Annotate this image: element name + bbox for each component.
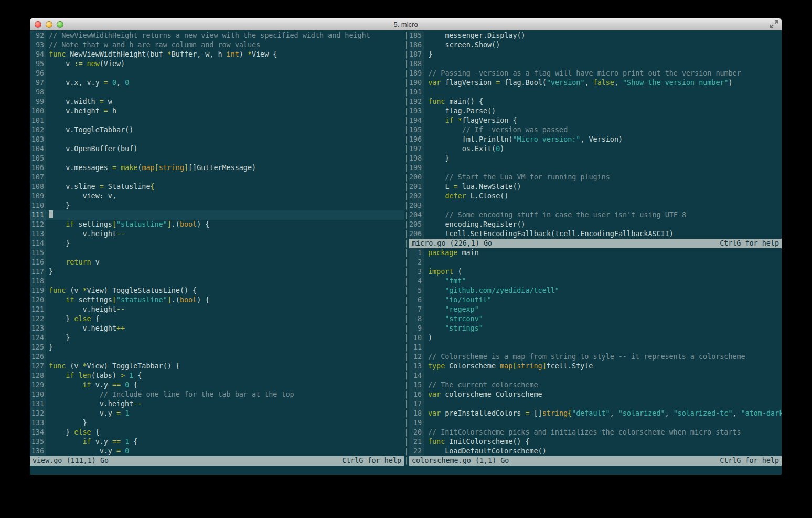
code-line[interactable]: 104 v.OpenBuffer(buf) <box>30 144 404 154</box>
code-line[interactable]: 95 v := new(View) <box>30 59 404 69</box>
code-line[interactable]: 102 v.ToggleTabbar() <box>30 125 404 135</box>
code-line[interactable]: 118 <box>30 277 404 286</box>
code-line[interactable]: 19 <box>409 418 782 428</box>
code-line[interactable]: 200 // Start the Lua VM for running plug… <box>409 173 782 182</box>
code-line[interactable]: 135 if v.y == 1 { <box>30 437 404 447</box>
code-line[interactable]: 12// Colorscheme is a map from string to… <box>409 352 782 362</box>
code-line[interactable]: 22 LoadDefaultColorscheme() <box>409 447 782 456</box>
code-line[interactable]: 6 "io/ioutil" <box>409 295 782 305</box>
code-line[interactable]: 14 <box>409 371 782 380</box>
code-line[interactable]: 11 <box>409 343 782 352</box>
code-line[interactable]: 106 v.messages = make(map[string][]Gutte… <box>30 163 404 173</box>
code-line[interactable]: 121 v.height-- <box>30 305 404 314</box>
code-line[interactable]: 124 } <box>30 333 404 343</box>
code-line[interactable]: 15// The current colorscheme <box>409 380 782 390</box>
code-line[interactable]: 4 "fmt" <box>409 277 782 286</box>
code-line[interactable]: 3import ( <box>409 267 782 277</box>
line-number: 15 <box>409 380 424 390</box>
code-line[interactable]: 116 return v <box>30 258 404 267</box>
code-line[interactable]: 8 "strconv" <box>409 314 782 324</box>
code-line[interactable]: 103 <box>30 135 404 144</box>
code-line[interactable]: 199 <box>409 163 782 173</box>
code-line[interactable]: 189// Passing -version as a flag will ha… <box>409 69 782 78</box>
code-line[interactable]: 193 flag.Parse() <box>409 107 782 116</box>
code-line[interactable]: 107 <box>30 173 404 182</box>
editor-pane-colorscheme-go[interactable]: 1package main23import (4 "fmt"5 "github.… <box>409 248 782 456</box>
code-line[interactable]: 203 <box>409 201 782 210</box>
code-line[interactable]: 123 v.height++ <box>30 324 404 333</box>
code-line[interactable]: 109 view: v, <box>30 192 404 201</box>
code-line[interactable]: 112 if settings["statusline"].(bool) { <box>30 220 404 229</box>
code-line[interactable]: 119func (v *View) ToggleStatusLine() { <box>30 286 404 295</box>
code-line[interactable]: 185 messenger.Display() <box>409 31 782 40</box>
code-line[interactable]: 1package main <box>409 248 782 258</box>
code-line[interactable]: 125} <box>30 343 404 352</box>
code-line[interactable]: 97 v.x, v.y = 0, 0 <box>30 78 404 88</box>
code-line[interactable]: 108 v.sline = Statusline{ <box>30 182 404 192</box>
code-line[interactable]: 120 if settings["statusline"].(bool) { <box>30 295 404 305</box>
code-line[interactable]: 110 } <box>30 201 404 210</box>
code-line[interactable]: 10) <box>409 333 782 343</box>
code-line[interactable]: 201 L = lua.NewState() <box>409 182 782 192</box>
code-line[interactable]: 202 defer L.Close() <box>409 192 782 201</box>
code-line[interactable]: 136 v.y = 0 <box>30 447 404 456</box>
code-line[interactable]: 192func main() { <box>409 97 782 107</box>
code-line[interactable]: 7 "regexp" <box>409 305 782 314</box>
code-line[interactable]: 5 "github.com/zyedidia/tcell" <box>409 286 782 295</box>
code-line[interactable]: 198 } <box>409 154 782 163</box>
code-line[interactable]: 195 // If -version was passed <box>409 125 782 135</box>
code-line[interactable]: 98 <box>30 88 404 97</box>
code-line[interactable]: 206 tcell.SetEncodingFallback(tcell.Enco… <box>409 229 782 239</box>
code-line[interactable]: 190var flagVersion = flag.Bool("version"… <box>409 78 782 88</box>
code-line[interactable]: 114 } <box>30 239 404 248</box>
code-line[interactable]: 100 v.height = h <box>30 107 404 116</box>
code-text <box>424 343 782 352</box>
code-line[interactable]: 130 // Include one line for the tab bar … <box>30 390 404 399</box>
code-line[interactable]: 196 fmt.Println("Micro version:", Versio… <box>409 135 782 144</box>
code-line[interactable]: 2 <box>409 258 782 267</box>
code-line[interactable]: 127func (v *View) ToggleTabbar() { <box>30 362 404 371</box>
fullscreen-button[interactable] <box>769 20 778 29</box>
editor-pane-view-go[interactable]: 92// NewViewWidthHeight returns a new vi… <box>30 31 404 456</box>
code-text: os.Exit(0) <box>424 144 782 154</box>
code-line[interactable]: 204 // Some encoding stuff in case the u… <box>409 210 782 220</box>
code-line[interactable]: 96 <box>30 69 404 78</box>
code-line[interactable]: 99 v.width = w <box>30 97 404 107</box>
code-line[interactable]: 117} <box>30 267 404 277</box>
code-line[interactable]: 105 <box>30 154 404 163</box>
code-line[interactable]: 20// InitColorscheme picks and initializ… <box>409 428 782 437</box>
line-number: 109 <box>30 192 46 201</box>
code-line[interactable]: 101 <box>30 116 404 125</box>
code-line[interactable]: 122 } else { <box>30 314 404 324</box>
code-line[interactable]: 186 screen.Show() <box>409 40 782 50</box>
code-line[interactable]: 188 <box>409 59 782 69</box>
pane-divider[interactable]: ||||||||||||||||||||||||||||||||||||||||… <box>404 31 409 466</box>
code-text: var colorscheme Colorscheme <box>424 390 782 399</box>
code-line[interactable]: 111 <box>30 210 404 220</box>
code-line[interactable]: 92// NewViewWidthHeight returns a new vi… <box>30 31 404 40</box>
code-line[interactable]: 194 if *flagVersion { <box>409 116 782 125</box>
code-line[interactable]: 133 } <box>30 418 404 428</box>
code-line[interactable]: 94func NewViewWidthHeight(buf *Buffer, w… <box>30 50 404 59</box>
code-line[interactable]: 9 "strings" <box>409 324 782 333</box>
code-line[interactable]: 205 encoding.Register() <box>409 220 782 229</box>
code-line[interactable]: 129 if v.y == 0 { <box>30 380 404 390</box>
titlebar[interactable]: 5. micro <box>30 18 782 30</box>
code-line[interactable]: 93// Note that w and h are raw column an… <box>30 40 404 50</box>
code-line[interactable]: 16var colorscheme Colorscheme <box>409 390 782 399</box>
code-line[interactable]: 134 } else { <box>30 428 404 437</box>
code-line[interactable]: 126 <box>30 352 404 362</box>
code-line[interactable]: 197 os.Exit(0) <box>409 144 782 154</box>
code-line[interactable]: 187} <box>409 50 782 59</box>
code-line[interactable]: 21func InitColorscheme() { <box>409 437 782 447</box>
code-line[interactable]: 191 <box>409 88 782 97</box>
code-line[interactable]: 128 if len(tabs) > 1 { <box>30 371 404 380</box>
code-line[interactable]: 13type Colorscheme map[string]tcell.Styl… <box>409 362 782 371</box>
code-line[interactable]: 132 v.y = 1 <box>30 409 404 418</box>
code-line[interactable]: 115 <box>30 248 404 258</box>
code-line[interactable]: 131 v.height-- <box>30 399 404 409</box>
editor-pane-micro-go[interactable]: 185 messenger.Display()186 screen.Show()… <box>409 31 782 239</box>
code-line[interactable]: 18var preInstalledColors = []string{"def… <box>409 409 782 418</box>
code-line[interactable]: 17 <box>409 399 782 409</box>
code-line[interactable]: 113 v.height-- <box>30 229 404 239</box>
